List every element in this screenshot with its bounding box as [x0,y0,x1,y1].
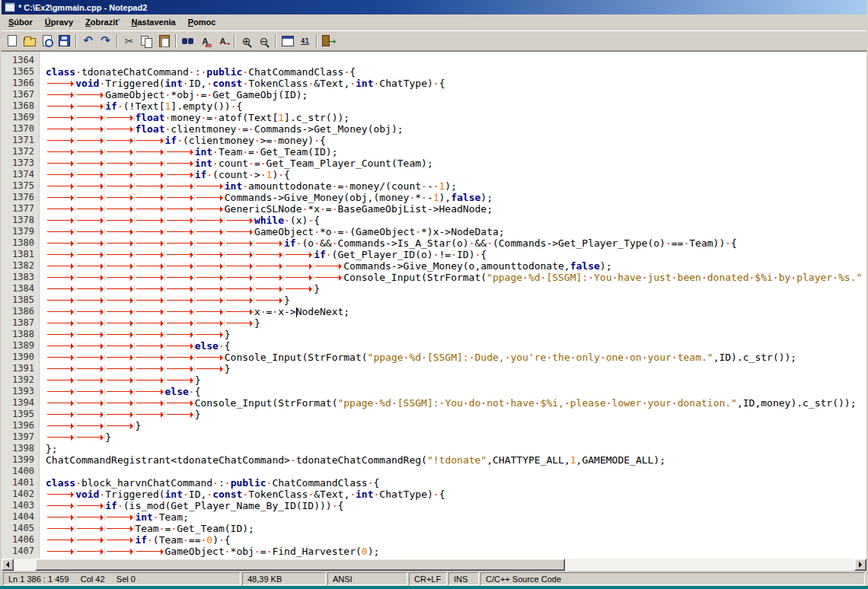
line-number[interactable]: 1392 [2,374,34,386]
code-line[interactable]: int·amounttodonate·=·money/(count·-·1); [46,180,866,192]
line-number[interactable]: 1396 [2,420,34,431]
code-line[interactable]: } [46,374,866,386]
code-line[interactable]: } [46,363,866,374]
code-line[interactable] [46,55,866,66]
line-number[interactable]: 1405 [2,523,34,534]
line-number[interactable]: 1373 [2,158,34,169]
code-line[interactable]: int·Team·=·Get_Team(ID); [46,146,866,158]
line-number[interactable]: 1388 [2,329,34,340]
line-number[interactable]: 1384 [2,283,34,294]
line-number[interactable]: 1374 [2,169,34,180]
code-line[interactable]: Console_Input(StrFormat("ppage·%d·[SSGM]… [46,272,866,283]
code-line[interactable]: GameObject·*obj·=·Get_GameObj(ID); [46,89,866,100]
zoom-in-button[interactable] [238,33,255,49]
find-button[interactable] [179,33,196,49]
horizontal-scrollbar[interactable] [2,559,866,571]
line-number[interactable]: 1377 [2,203,34,215]
code-line[interactable]: } [46,317,866,329]
cut-button[interactable] [120,33,138,49]
line-number[interactable]: 1366 [2,78,34,89]
code-line[interactable]: if·(count·>·1)·{ [46,169,866,180]
save-file-button[interactable] [56,33,73,49]
browse-files-button[interactable] [38,33,56,49]
line-number[interactable]: 1391 [2,363,34,374]
code-line[interactable]: Console_Input(StrFormat("ppage·%d·[SSGM]… [46,397,866,409]
code-line[interactable]: else·{ [46,386,866,397]
menu-item-help[interactable]: Pomoc [182,14,222,30]
line-number[interactable]: 1407 [2,546,34,557]
line-number[interactable]: 1365 [2,66,34,78]
code-line[interactable]: while·(x)·{ [46,215,866,226]
code-line[interactable]: int·Team; [46,511,866,523]
code-line[interactable]: GameObject·*o·=·(GameObject·*)x->NodeDat… [46,226,866,237]
line-number[interactable]: 1387 [2,317,34,329]
status-file-size[interactable]: 48,39 KB [242,572,326,585]
line-number[interactable]: 1385 [2,294,34,306]
code-line[interactable]: if·(o·&&·Commands->Is_A_Star(o)·&&·(Comm… [46,237,866,249]
exit-button[interactable] [320,33,337,49]
line-number[interactable]: 1375 [2,180,34,192]
zoom-out-button[interactable] [255,33,273,49]
line-number[interactable]: 1390 [2,352,34,363]
open-file-button[interactable] [21,33,38,49]
code-line[interactable]: Commands->Give_Money(obj,(money·*·-1),fa… [46,192,866,203]
line-number[interactable]: 1401 [2,477,34,489]
titlebar[interactable]: * C:\Ex2\gmmain.cpp - Notepad2 [2,0,866,14]
line-number[interactable]: 1367 [2,89,34,100]
code-line[interactable]: if·(Team·==·0)·{ [46,534,866,546]
replace-button[interactable] [196,33,214,49]
scroll-thumb[interactable] [35,559,565,571]
menu-item-view[interactable]: Zobraziť [79,14,125,30]
code-line[interactable]: class·tdonateChatCommand·:·public·ChatCo… [46,66,866,78]
code-line[interactable] [46,466,866,477]
code-line[interactable]: Commands->Give_Money(o,amounttodonate,fa… [46,260,866,272]
line-number[interactable]: 1399 [2,454,34,466]
code-area[interactable]: class·tdonateChatCommand·:·public·ChatCo… [40,52,866,559]
line-number[interactable]: 1379 [2,226,34,237]
copy-button[interactable] [138,33,155,49]
code-line[interactable]: } [46,431,866,443]
code-line[interactable]: } [46,294,866,306]
code-line[interactable]: } [46,283,866,294]
line-number[interactable]: 1395 [2,409,34,420]
line-number[interactable]: 1406 [2,534,34,546]
line-number[interactable]: 1403 [2,500,34,511]
code-line[interactable]: if·(!Text[1].empty())·{ [46,100,866,112]
line-number-margin[interactable]: 1364136513661367136813691370137113721373… [2,52,40,559]
paste-button[interactable] [155,33,173,49]
code-line[interactable]: } [46,409,866,420]
scroll-track[interactable] [14,559,854,571]
scroll-left-button[interactable] [2,559,14,571]
undo-button[interactable] [79,33,97,49]
status-cursor-position[interactable]: Ln 1 386 : 1 459 Col 42 Sel 0 [3,572,241,585]
code-line[interactable]: } [46,420,866,431]
line-number[interactable]: 1402 [2,489,34,500]
line-number[interactable]: 1372 [2,146,34,158]
code-line[interactable]: class·block_harvnChatCommand·:·public·Ch… [46,477,866,489]
code-line[interactable]: } [46,329,866,340]
line-number[interactable]: 1397 [2,431,34,443]
line-number[interactable]: 1393 [2,386,34,397]
code-line[interactable]: Console_Input(StrFormat("ppage·%d·[SSGM]… [46,352,866,363]
line-number[interactable]: 1383 [2,272,34,283]
code-line[interactable]: if·(clientmoney·>=·money)·{ [46,135,866,146]
line-number[interactable]: 1368 [2,100,34,112]
code-line[interactable]: if·(is_mod(Get_Player_Name_By_ID(ID)))·{ [46,500,866,511]
line-number[interactable]: 1380 [2,237,34,249]
line-number[interactable]: 1382 [2,260,34,272]
menu-item-settings[interactable]: Nastavenia [126,14,182,30]
line-number[interactable]: 1371 [2,135,34,146]
view-scheme-button[interactable] [279,33,296,49]
scroll-right-button[interactable] [854,559,866,571]
status-line-ending[interactable]: CR+LF [409,572,447,585]
code-line[interactable]: float·clientmoney·=·Commands->Get_Money(… [46,123,866,135]
code-line[interactable]: }; [46,443,866,454]
status-encoding[interactable]: ANSI [327,572,407,585]
menu-item-file[interactable]: Súbor [2,14,39,30]
new-file-button[interactable] [3,33,21,49]
toggle-line-numbers-button[interactable] [296,33,314,49]
line-number[interactable]: 1400 [2,466,34,477]
code-line[interactable]: GameObject·*obj·=·Find_Harvester(0); [46,546,866,557]
code-line[interactable]: x·=·x->NodeNext; [46,306,866,317]
line-number[interactable]: 1364 [2,55,34,66]
